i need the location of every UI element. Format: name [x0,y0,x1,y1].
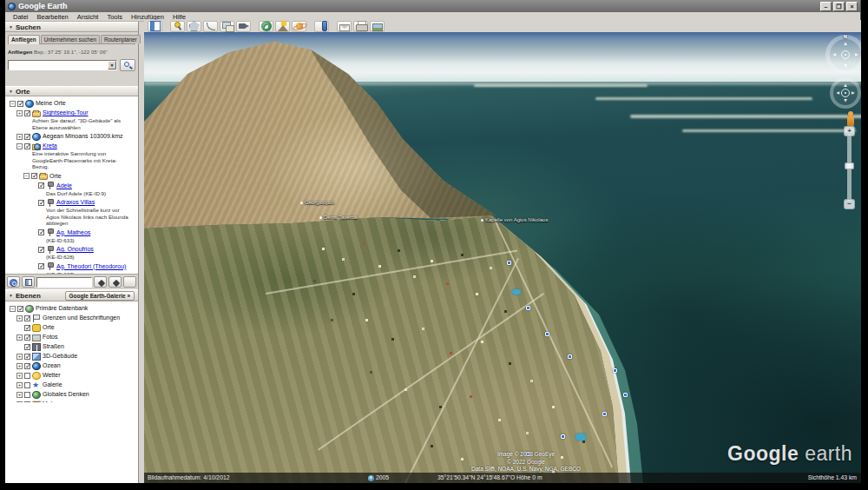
add-placemark-button[interactable] [170,21,185,32]
tree-item-label[interactable]: Primäre Datenbank [36,304,88,313]
places-search-button[interactable] [7,276,20,288]
tree-item-label[interactable]: Straßen [43,342,64,351]
checkbox[interactable] [24,392,30,398]
tree-item-label[interactable]: Kreta [43,142,57,150]
expander-minus-icon[interactable]: − [10,101,16,107]
tree-item-label[interactable]: 3D-Gebäude [43,352,77,361]
minimize-button[interactable]: – [820,2,832,11]
tree-item-label[interactable]: Globales Denken [43,390,89,399]
earth-viewport[interactable]: GeorgioupoliDenis TavernaKapelle von Agi… [144,32,861,483]
expander-plus-icon[interactable]: + [16,315,23,321]
historical-imagery-button[interactable] [259,21,273,32]
checkbox[interactable] [38,229,44,235]
expander-minus-icon[interactable]: − [16,143,23,149]
arrow-left-icon[interactable]: ▲ [835,90,840,96]
zoom-slider[interactable]: + − [844,126,855,209]
eye-icon[interactable] [841,50,850,59]
poi-marker-icon[interactable] [507,261,511,265]
places-filter-input[interactable] [36,277,92,288]
checkbox[interactable] [24,110,30,116]
print-button[interactable] [353,21,368,32]
arrow-right-icon[interactable]: ▲ [854,52,859,57]
fly-to-input[interactable] [9,61,108,70]
title-bar[interactable]: Google Earth – ❐ × [5,0,860,12]
checkbox[interactable] [24,363,30,369]
places-extra-button[interactable] [123,276,136,288]
tree-item-label[interactable]: Meine Orte [36,99,66,108]
north-indicator[interactable]: N [843,34,848,39]
tree-item-label[interactable]: Wetter [43,371,61,380]
expander-plus-icon[interactable]: + [16,334,23,341]
tree-item-label[interactable]: Ozean [43,361,61,370]
layers-panel-header[interactable]: ▼ Ebenen Google Earth-Galerie » [5,289,138,301]
checkbox[interactable] [38,263,44,269]
search-panel-header[interactable]: ▼ Suchen [5,22,138,32]
tree-item-label[interactable]: Orte [43,323,55,332]
checkbox[interactable] [24,401,30,403]
tree-item-label[interactable]: Ag. Onoufrios [56,245,94,254]
email-button[interactable] [337,21,352,32]
checkbox[interactable] [24,134,30,140]
record-tour-button[interactable] [236,21,251,32]
search-tab-routenplaner[interactable]: Routenplaner [101,35,141,43]
arrow-left-icon[interactable]: ▲ [832,52,837,57]
expander-plus-icon[interactable]: + [16,354,23,360]
checkbox[interactable] [24,325,30,331]
move-joystick[interactable]: ▲ ▲ ▲ ▲ [830,77,861,109]
history-clock-icon[interactable] [368,475,374,481]
expander-plus-icon[interactable]: + [16,382,23,388]
add-image-overlay-button[interactable] [220,21,234,32]
hand-icon[interactable] [841,89,850,97]
checkbox[interactable] [24,354,30,360]
arrow-up-icon[interactable]: ▲ [843,41,848,46]
checkbox[interactable] [24,344,30,350]
menu-item-ansicht[interactable]: Ansicht [73,13,103,21]
checkbox[interactable] [38,200,44,206]
look-joystick[interactable]: N ▲ ▲ ▲ ▲ [825,35,861,75]
planets-button[interactable] [292,21,306,32]
arrow-down-icon[interactable]: ▲ [843,98,848,103]
checkbox[interactable] [24,143,30,149]
zoom-in-button[interactable]: + [844,126,855,136]
expander-plus-icon[interactable]: + [16,373,23,379]
close-button[interactable]: × [846,2,858,11]
zoom-thumb[interactable] [845,162,854,169]
checkbox[interactable] [24,373,30,379]
search-button[interactable] [120,59,135,71]
earth-gallery-button[interactable]: Google Earth-Galerie » [65,291,135,301]
ruler-button[interactable] [314,21,329,32]
places-panel-button[interactable] [22,276,35,288]
checkbox[interactable] [38,182,44,189]
tree-item-label[interactable]: Adraxos Villas [56,198,95,207]
arrow-right-icon[interactable]: ▲ [851,90,856,96]
fly-to-combo[interactable]: ▼ [8,60,117,70]
places-next-button[interactable] [108,276,122,288]
poi-marker-icon[interactable] [613,368,617,373]
checkbox[interactable] [17,306,23,312]
poi-marker-icon[interactable] [602,412,607,416]
places-panel-header[interactable]: ▼ Orte [5,86,138,96]
search-tab-anfliegen[interactable]: Anfliegen [8,35,40,44]
expander-plus-icon[interactable]: + [16,363,23,369]
arrow-up-icon[interactable]: ▲ [843,83,848,88]
tree-item-label[interactable]: Ag. Matheos [56,228,90,237]
places-prev-button[interactable] [94,276,107,288]
menu-item-bearbeiten[interactable]: Bearbeiten [33,13,73,21]
map-label[interactable]: Denis Taverna [319,215,357,220]
combo-dropdown-icon[interactable]: ▼ [108,61,116,70]
tree-item-label[interactable]: Galerie [43,381,62,389]
arrow-down-icon[interactable]: ▲ [843,63,848,69]
poi-marker-icon[interactable] [545,332,549,336]
tree-item-label[interactable]: Aegean Minoans 103009.kmz [43,132,123,141]
map-label[interactable]: Georgioupoli [300,200,334,205]
add-polygon-button[interactable] [187,21,201,32]
tree-item-label[interactable]: Fotos [43,333,58,341]
expander-plus-icon[interactable]: + [16,134,23,140]
search-tab-unternehmen-suchen[interactable]: Unternehmen suchen [41,35,100,43]
save-image-button[interactable] [370,21,385,32]
tree-item-label[interactable]: Adele [56,182,72,190]
sunlight-button[interactable] [275,21,290,32]
expander-plus-icon[interactable]: + [16,110,23,116]
poi-marker-icon[interactable] [561,434,565,439]
tree-item-label[interactable]: Grenzen und Beschriftungen [43,314,120,322]
